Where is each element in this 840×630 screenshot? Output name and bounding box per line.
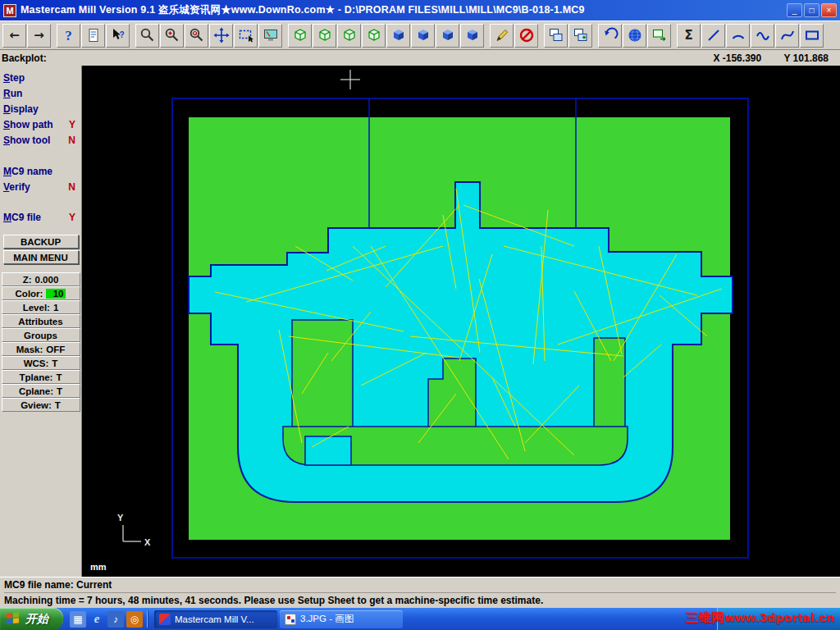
screen-next-button[interactable] [647,24,671,48]
close-button[interactable]: × [821,3,837,17]
start-button[interactable]: 开始 [0,608,63,630]
globe-button[interactable] [623,24,646,48]
help-button[interactable]: ? [57,24,80,48]
menu-item-verify[interactable]: VerifyN [0,179,81,194]
maximize-button[interactable]: □ [804,3,819,17]
zoom-window-button[interactable] [135,24,159,48]
cplane-top-button[interactable] [386,24,410,48]
watermark-text: 三维网www.3dportal.cn [686,610,835,626]
mastercam-task-icon [159,614,171,625]
rectangle-icon [804,27,820,43]
menu-item-show-tool[interactable]: Show toolN [0,132,81,148]
pocket-left [292,320,353,428]
menu-item-mc9-name[interactable]: MC9 name [0,163,81,179]
status-line-filename: MC9 file name: Current [4,579,836,591]
cplane-3d-button[interactable] [460,24,484,48]
cplane-front-button[interactable] [411,24,435,48]
main-menu-button[interactable]: MAIN MENU [3,250,79,264]
attributes-button[interactable]: Attributes [2,314,80,328]
zoom-in-icon [164,27,180,43]
sigma-button[interactable]: Σ [677,24,701,48]
back-button[interactable]: ← [2,24,26,48]
create-fillet-button[interactable] [751,24,774,48]
app-icon: M [3,4,16,17]
repaint-button[interactable] [258,24,282,48]
field-label: Gview: [21,400,52,410]
mask-field[interactable]: Mask:OFF [2,342,80,356]
zoom-previous-button[interactable] [185,24,208,48]
field-label: Z: [23,275,32,285]
menu-item-label: Step [3,72,25,84]
tplane-field[interactable]: Tplane:T [2,370,80,384]
dynamic-pan-button[interactable] [209,24,233,48]
mode-bar: Backplot: X -156.390 Y 101.868 [0,50,840,66]
minimize-button[interactable]: _ [787,3,802,17]
screen-paste-button[interactable] [568,24,592,48]
create-arc-button[interactable] [726,24,750,48]
quick-launch: ▦ e ♪ ◎ [70,611,143,628]
wcs-field[interactable]: WCS:T [2,356,80,370]
cursor-help-button[interactable]: ? [106,24,130,48]
task-button-paint[interactable]: 3.JPG - 画图 [280,610,403,628]
field-label: Groups [24,331,57,340]
create-rectangle-button[interactable] [800,24,824,48]
menu-item-show-path[interactable]: Show pathY [0,116,81,132]
main-toolbar: ← → ? ? [0,21,840,50]
field-value: 1 [53,303,58,313]
field-value: T [52,358,57,368]
field-label: Level: [23,303,50,313]
delete-button[interactable] [514,24,538,48]
menu-item-label: Run [3,88,22,99]
level-field[interactable]: Level:1 [2,300,80,314]
field-value: T [56,372,62,382]
menu-item-value: Y [69,212,75,223]
zoom-previous-icon [189,27,205,43]
field-label: Tplane: [20,372,53,382]
taskbar-separator [147,611,148,628]
forward-button[interactable]: → [27,24,51,48]
window-select-icon [238,27,254,43]
mode-label: Backplot: [2,52,47,64]
gview-field[interactable]: Gview:T [2,398,80,412]
create-spline-button[interactable] [775,24,799,48]
cplane-side-button[interactable] [436,24,459,48]
media-player-icon[interactable]: ◎ [126,611,143,628]
gview-side-icon [341,27,358,43]
drafting-button[interactable] [490,24,514,48]
screen-copy-button[interactable] [544,24,568,48]
gview-side-button[interactable] [337,24,361,48]
create-line-button[interactable] [701,24,725,48]
groups-button[interactable]: Groups [2,328,80,342]
zoom-in-button[interactable] [160,24,184,48]
show-desktop-icon[interactable]: ▦ [70,611,86,628]
color-swatch[interactable]: 10 [46,289,66,299]
axis-y-label: Y [117,513,124,523]
volume-icon[interactable]: ♪ [107,611,124,628]
cplane-field[interactable]: Cplane:T [2,384,80,398]
status-panel: Z:0.000 Color:10 Level:1 Attributes Grou… [0,272,81,412]
internet-explorer-icon[interactable]: e [89,611,105,628]
field-value: OFF [46,345,65,354]
gview-isometric-button[interactable] [362,24,386,48]
file-edit-button[interactable] [81,24,105,48]
field-label: Cplane: [19,386,53,396]
screen-copy-icon [548,27,564,43]
menu-item-label: Show path [3,119,53,130]
axis-indicator: Y X [117,513,151,547]
gview-top-button[interactable] [288,24,312,48]
viewport-canvas[interactable]: Y X mm [82,66,840,577]
coordinate-readout: X -156.390 Y 101.868 [693,52,829,64]
gview-front-button[interactable] [313,24,336,48]
window-select-button[interactable] [234,24,258,48]
menu-item-step[interactable]: Step [0,70,81,85]
task-button-mastercam[interactable]: Mastercam Mill V... [154,610,277,628]
color-field[interactable]: Color:10 [2,286,80,300]
backup-button[interactable]: BACKUP [3,235,79,249]
menu-item-label: Verify [3,181,30,193]
undo-button[interactable] [598,24,622,48]
menu-item-display[interactable]: Display [0,101,81,116]
menu-item-run[interactable]: Run [0,85,81,101]
menu-item-mc9-file[interactable]: MC9 fileY [0,209,81,225]
z-depth-field[interactable]: Z:0.000 [2,272,80,286]
field-label: WCS: [24,358,49,368]
